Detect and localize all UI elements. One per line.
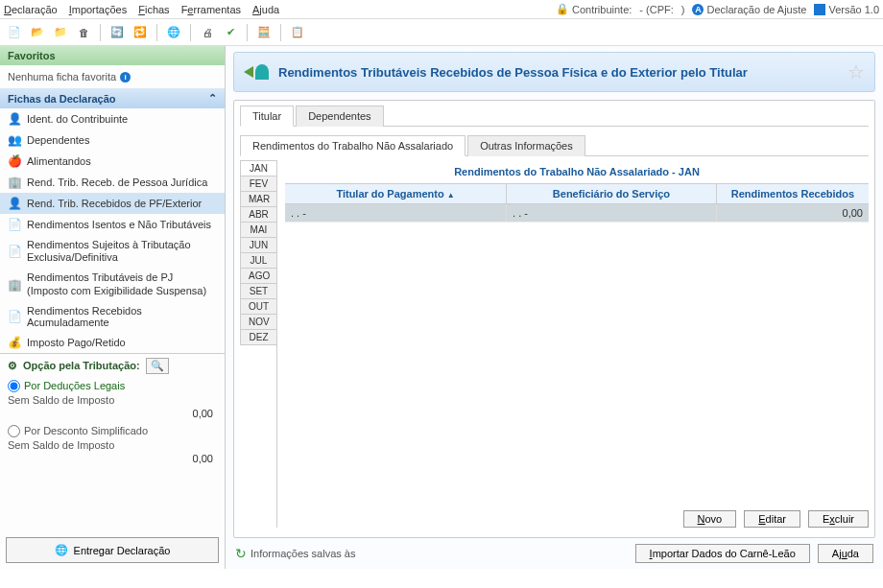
- open2-icon[interactable]: 📁: [52, 24, 69, 41]
- menu-fichas[interactable]: Fichas: [138, 4, 169, 15]
- favoritos-header[interactable]: Favoritos: [0, 46, 225, 65]
- info-cpf-close: ): [681, 4, 685, 15]
- sort-asc-icon: ▲: [447, 191, 455, 200]
- tab-outras-info[interactable]: Outras Informações: [467, 135, 585, 156]
- content: Rendimentos Tributáveis Recebidos de Pes…: [226, 46, 883, 569]
- collapse-icon[interactable]: ⌃: [208, 92, 217, 105]
- new-icon[interactable]: 📄: [6, 24, 23, 41]
- ficha-imposto[interactable]: 💰Imposto Pago/Retido: [0, 332, 225, 353]
- month-jun[interactable]: JUN: [240, 237, 276, 253]
- editar-button[interactable]: Editar: [744, 510, 800, 528]
- menu-ajuda[interactable]: Ajuda: [252, 4, 279, 15]
- deducoes-val: 0,00: [8, 408, 217, 419]
- refresh-icon[interactable]: 🔄: [108, 24, 126, 41]
- favorite-star-icon[interactable]: ☆: [847, 60, 865, 83]
- person-icon: 👤: [8, 197, 21, 210]
- col-beneficiario[interactable]: Beneficiário do Serviço: [507, 184, 717, 203]
- menu-importacoes[interactable]: Importações: [69, 4, 128, 15]
- info-versao: Versão 1.0: [814, 4, 879, 15]
- simpl-sub: Sem Saldo de Imposto: [8, 439, 217, 451]
- tributacao-panel: ⚙ Opção pela Tributação: 🔍 Por Deduções …: [0, 353, 225, 468]
- menu-ferramentas[interactable]: Ferramentas: [181, 4, 241, 15]
- col-rendimentos[interactable]: Rendimentos Recebidos: [717, 184, 869, 203]
- radio-deducoes[interactable]: Por Deduções Legais: [8, 380, 217, 392]
- food-icon: 🍎: [8, 154, 21, 168]
- importar-button[interactable]: Importar Dados do Carnê-Leão: [635, 544, 810, 563]
- sync-icon[interactable]: 🔁: [131, 24, 149, 41]
- info-icon: A: [692, 4, 704, 15]
- globe-icon: 🌐: [55, 544, 68, 556]
- table-row[interactable]: . . - . . - 0,00: [285, 204, 869, 223]
- month-mai[interactable]: MAI: [240, 222, 276, 238]
- ficha-acumulada[interactable]: 📄Rendimentos Recebidos Acumuladamente: [0, 301, 225, 332]
- info-decl-tipo: ADeclaração de Ajuste: [692, 4, 806, 15]
- month-set[interactable]: SET: [240, 283, 276, 299]
- info-icon[interactable]: i: [120, 72, 131, 82]
- month-jul[interactable]: JUL: [240, 252, 276, 269]
- calc-icon[interactable]: 🧮: [255, 24, 273, 41]
- novo-button[interactable]: Novo: [683, 510, 737, 528]
- month-jan[interactable]: JAN: [240, 160, 276, 176]
- month-tabs: JAN FEV MAR ABR MAI JUN JUL AGO SET OUT …: [240, 160, 277, 528]
- saved-info: ↻ Informações salvas às: [235, 546, 355, 561]
- money-icon: 💰: [8, 336, 21, 349]
- month-mar[interactable]: MAR: [240, 191, 276, 207]
- people-icon: 👥: [8, 133, 21, 147]
- excluir-button[interactable]: Excluir: [808, 510, 869, 528]
- tributacao-header: Opção pela Tributação:: [23, 360, 140, 371]
- table-title: Rendimentos do Trabalho Não Assalariado …: [285, 160, 869, 184]
- deducoes-sub: Sem Saldo de Imposto: [8, 394, 217, 406]
- ficha-alimentandos[interactable]: 🍎Alimentandos: [0, 151, 225, 172]
- favoritos-empty: Nenhuma ficha favoritai: [0, 65, 225, 88]
- ficha-exclusiva[interactable]: 📄Rendimentos Sujeitos à Tributação Exclu…: [0, 235, 225, 268]
- month-dez[interactable]: DEZ: [240, 329, 276, 345]
- ficha-dependentes[interactable]: 👥Dependentes: [0, 129, 225, 151]
- person-icon: 👤: [8, 112, 21, 126]
- month-fev[interactable]: FEV: [240, 176, 276, 192]
- footer: ↻ Informações salvas às Importar Dados d…: [233, 538, 875, 565]
- open-icon[interactable]: 📂: [29, 24, 46, 41]
- check-icon[interactable]: ✔: [222, 24, 239, 41]
- sidebar: Favoritos Nenhuma ficha favoritai Fichas…: [0, 46, 226, 569]
- ficha-isentos[interactable]: 📄Rendimentos Isentos e Não Tributáveis: [0, 214, 225, 235]
- version-icon: [814, 4, 825, 15]
- menu-declaracao[interactable]: Declaração: [4, 4, 58, 15]
- simpl-val: 0,00: [8, 453, 217, 464]
- back-icon[interactable]: [244, 64, 269, 80]
- month-abr[interactable]: ABR: [240, 206, 276, 223]
- info-cpf: - (CPF:: [639, 4, 673, 15]
- cell-titular: . . -: [285, 204, 507, 222]
- page-title: Rendimentos Tributáveis Recebidos de Pes…: [278, 65, 748, 80]
- table-header: Titular do Pagamento ▲ Beneficiário do S…: [285, 184, 869, 204]
- ajuda-button[interactable]: Ajuda: [818, 544, 873, 563]
- lock-icon: 🔒: [556, 3, 569, 15]
- print-icon[interactable]: 🖨: [199, 24, 216, 41]
- page-title-bar: Rendimentos Tributáveis Recebidos de Pes…: [233, 52, 875, 92]
- ficha-pj-suspensa[interactable]: 🏢Rendimentos Tributáveis de PJ (Imposto …: [0, 268, 225, 300]
- tab-titular[interactable]: Titular: [240, 106, 294, 127]
- toolbar: 📄 📂 📁 🗑 🔄 🔁 🌐 🖨 ✔ 🧮 📋: [0, 19, 883, 46]
- entregar-button[interactable]: 🌐 Entregar Declaração: [6, 537, 219, 563]
- delete-icon[interactable]: 🗑: [75, 24, 92, 41]
- menubar: Declaração Importações Fichas Ferramenta…: [0, 0, 883, 19]
- tabs-level1: Titular Dependentes: [240, 105, 869, 127]
- tabs-level2: Rendimentos do Trabalho Não Assalariado …: [240, 134, 869, 156]
- month-ago[interactable]: AGO: [240, 268, 276, 284]
- month-nov[interactable]: NOV: [240, 314, 276, 330]
- doc-icon: 📄: [8, 310, 21, 323]
- cell-beneficiario: . . -: [507, 204, 717, 222]
- search-button[interactable]: 🔍: [146, 358, 169, 374]
- ficha-rend-pj[interactable]: 🏢Rend. Trib. Receb. de Pessoa Jurídica: [0, 172, 225, 193]
- tab-nao-assalariado[interactable]: Rendimentos do Trabalho Não Assalariado: [240, 135, 465, 156]
- radio-simplificado[interactable]: Por Desconto Simplificado: [8, 425, 217, 437]
- tab-dependentes[interactable]: Dependentes: [296, 106, 383, 127]
- col-titular[interactable]: Titular do Pagamento ▲: [285, 184, 507, 203]
- month-out[interactable]: OUT: [240, 298, 276, 315]
- ficha-rend-pf[interactable]: 👤Rend. Trib. Recebidos de PF/Exterior: [0, 193, 225, 214]
- clipboard-icon[interactable]: 📋: [289, 24, 306, 41]
- ficha-ident[interactable]: 👤Ident. do Contribuinte: [0, 108, 225, 129]
- globe-icon[interactable]: 🌐: [165, 24, 182, 41]
- crud-buttons: Novo Editar Excluir: [285, 503, 869, 528]
- gear-icon: ⚙: [8, 360, 17, 372]
- fichas-header[interactable]: Fichas da Declaração ⌃: [0, 88, 225, 108]
